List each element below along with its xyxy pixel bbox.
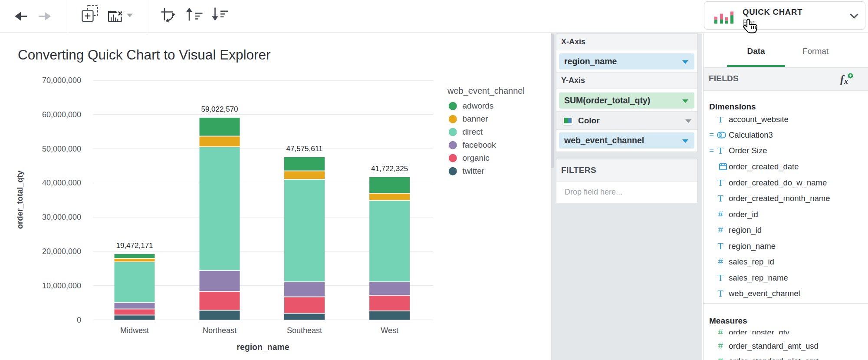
svg-text:Southeast: Southeast bbox=[287, 326, 322, 335]
svg-text:10,000,000: 10,000,000 bbox=[42, 281, 81, 290]
svg-text:direct: direct bbox=[463, 127, 483, 136]
svg-text:47,575,611: 47,575,611 bbox=[286, 145, 323, 153]
svg-text:x: x bbox=[844, 77, 848, 86]
svg-text:Midwest: Midwest bbox=[120, 326, 149, 335]
svg-text:41,722,325: 41,722,325 bbox=[371, 165, 408, 173]
svg-text:60,000,000: 60,000,000 bbox=[42, 110, 81, 119]
svg-text:59,022,570: 59,022,570 bbox=[201, 105, 238, 113]
svg-text:adwords: adwords bbox=[463, 101, 494, 110]
svg-text:20,000,000: 20,000,000 bbox=[42, 247, 81, 256]
svg-text:banner: banner bbox=[463, 114, 489, 123]
svg-text:organic: organic bbox=[463, 153, 490, 162]
svg-text:web_event_channel: web_event_channel bbox=[447, 86, 525, 96]
svg-text:30,000,000: 30,000,000 bbox=[42, 213, 81, 221]
svg-text:70,000,000: 70,000,000 bbox=[42, 76, 81, 85]
svg-text:0: 0 bbox=[77, 316, 81, 324]
svg-text:Northeast: Northeast bbox=[203, 326, 237, 335]
svg-text:order_total_qty: order_total_qty bbox=[15, 170, 24, 229]
svg-text:40,000,000: 40,000,000 bbox=[42, 178, 81, 187]
svg-text:West: West bbox=[381, 326, 398, 335]
svg-text:50,000,000: 50,000,000 bbox=[42, 145, 81, 153]
svg-text:twitter: twitter bbox=[463, 166, 485, 175]
svg-text:region_name: region_name bbox=[237, 342, 289, 352]
svg-text:facebook: facebook bbox=[463, 140, 496, 149]
svg-text:19,472,171: 19,472,171 bbox=[116, 241, 153, 250]
